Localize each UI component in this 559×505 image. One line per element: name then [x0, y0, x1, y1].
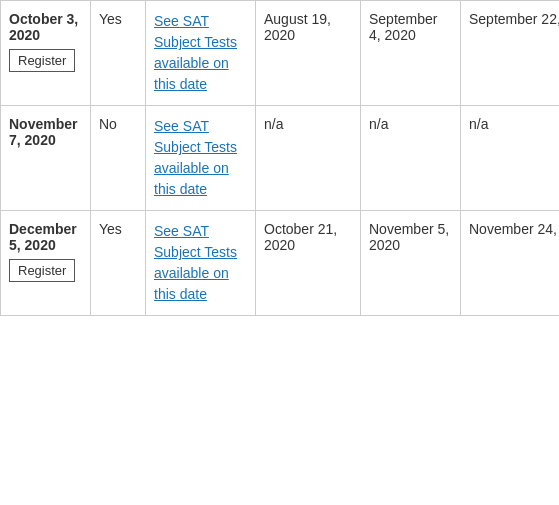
table-row: October 3, 2020RegisterYesSee SAT Subjec… [1, 1, 560, 106]
sat-link-cell[interactable]: See SAT Subject Tests available on this … [146, 211, 256, 316]
other-deadline-cell: September 22, 2020 [461, 1, 560, 106]
late-deadline-cell: n/a [361, 106, 461, 211]
other-deadline-cell: n/a [461, 106, 560, 211]
sat-dates-table-container: October 3, 2020RegisterYesSee SAT Subjec… [0, 0, 559, 316]
register-button[interactable]: Register [9, 49, 75, 72]
test-date-cell: December 5, 2020Register [1, 211, 91, 316]
register-button[interactable]: Register [9, 259, 75, 282]
test-date-cell: November 7, 2020 [1, 106, 91, 211]
test-date: October 3, 2020 [9, 11, 78, 43]
test-date-cell: October 3, 2020Register [1, 1, 91, 106]
regular-deadline-cell: n/a [256, 106, 361, 211]
sat-dates-table: October 3, 2020RegisterYesSee SAT Subjec… [0, 0, 559, 316]
test-date: December 5, 2020 [9, 221, 77, 253]
sat-subject-tests-link[interactable]: See SAT Subject Tests available on this … [154, 13, 237, 92]
registration-open-cell: No [91, 106, 146, 211]
regular-deadline-cell: August 19, 2020 [256, 1, 361, 106]
test-date: November 7, 2020 [9, 116, 77, 148]
late-deadline-cell: September 4, 2020 [361, 1, 461, 106]
sat-link-cell[interactable]: See SAT Subject Tests available on this … [146, 1, 256, 106]
table-row: November 7, 2020NoSee SAT Subject Tests … [1, 106, 560, 211]
other-deadline-cell: November 24, 2020 [461, 211, 560, 316]
sat-subject-tests-link[interactable]: See SAT Subject Tests available on this … [154, 223, 237, 302]
registration-open-cell: Yes [91, 1, 146, 106]
table-row: December 5, 2020RegisterYesSee SAT Subje… [1, 211, 560, 316]
regular-deadline-cell: October 21, 2020 [256, 211, 361, 316]
sat-subject-tests-link[interactable]: See SAT Subject Tests available on this … [154, 118, 237, 197]
late-deadline-cell: November 5, 2020 [361, 211, 461, 316]
sat-link-cell[interactable]: See SAT Subject Tests available on this … [146, 106, 256, 211]
registration-open-cell: Yes [91, 211, 146, 316]
